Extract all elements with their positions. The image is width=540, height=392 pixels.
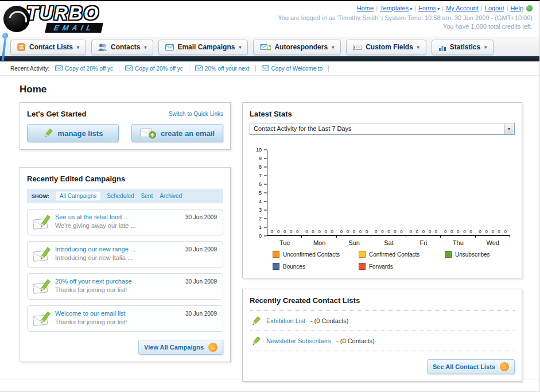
top-link-forms[interactable]: Forms▾	[418, 5, 440, 11]
tab-label: Custom Fields	[366, 43, 413, 51]
campaign-link[interactable]: See us at the retail food ...	[55, 214, 174, 220]
top-link-templates[interactable]: Templates▾	[380, 5, 412, 11]
top-link-my-account[interactable]: My Account	[446, 5, 479, 11]
campaign-subject: Thanks for joining our list!	[55, 319, 174, 325]
recent-activity-link[interactable]: Copy of 20% off yc	[135, 65, 183, 72]
chart-bar-column: 0	[394, 230, 397, 235]
recent-activity-link[interactable]: Copy of Welcome to	[271, 65, 323, 72]
chart-bar-column: 0	[277, 230, 280, 235]
chart-bar-column: 0	[283, 230, 286, 235]
contact-activity-chart: 012345678910 00000Tue00000Mon00000Sun000…	[252, 150, 510, 236]
top-link-help[interactable]: Help	[510, 5, 523, 11]
filter-archived[interactable]: Archived	[160, 193, 182, 199]
legend-item: Bounces	[273, 263, 359, 270]
tab-email-campaigns[interactable]: Email Campaigns▾	[158, 40, 248, 55]
chart-bar-column: 0	[312, 230, 315, 235]
top-link-logout[interactable]: Logout	[485, 5, 504, 11]
chart-bars: 00000	[302, 150, 336, 235]
top-link-home[interactable]: Home	[357, 5, 374, 11]
latest-stats-panel: Latest Stats Contact Activity for the La…	[242, 102, 522, 278]
tab-autoresponders[interactable]: Autoresponders▾	[253, 40, 341, 55]
tab-contact-lists[interactable]: Contact Lists▾	[10, 40, 86, 55]
chart-bar-column: 0	[346, 230, 349, 235]
campaign-link[interactable]: 20% off your next purchase	[55, 278, 174, 285]
campaign-subject: Thanks for joining our list!	[55, 286, 174, 293]
button-label: See All Contact Lists	[433, 363, 495, 370]
recent-activity-link[interactable]: Copy of 20% off yc	[65, 65, 113, 72]
legend-item: Unsubscribes	[445, 251, 531, 258]
recent-activity-item: Copy of Welcome to	[262, 65, 329, 72]
contact-list-item: Newsletter Subscribers- (0 Contacts)	[250, 331, 515, 351]
campaign-filter-bar: SHOW: All CampaignsScheduledSentArchived	[27, 189, 223, 203]
campaign-date: 30 Jun 2009	[185, 246, 217, 253]
filter-sent[interactable]: Sent	[141, 193, 153, 199]
manage-lists-button[interactable]: manage lists	[27, 124, 119, 142]
login-info: You are logged in as 'Timothy Smith' | S…	[278, 14, 533, 21]
contact-lists-title: Recently Created Contact Lists	[250, 296, 515, 305]
recent-activity-link[interactable]: 20% off your next	[205, 65, 250, 72]
chart-group: 00000Tue	[267, 150, 302, 235]
campaign-link[interactable]: Welcome to our email list	[55, 310, 174, 317]
tab-custom-fields[interactable]: Custom Fields▾	[346, 40, 426, 55]
chart-bar-column: 0	[504, 230, 507, 235]
bar-value-label: 0	[485, 230, 487, 234]
campaign-item-body: Introducing our new range ...Introducing…	[55, 246, 174, 261]
campaigns-title: Recently Edited Campaigns	[27, 174, 223, 183]
filter-scheduled[interactable]: Scheduled	[107, 193, 134, 199]
button-label: View All Campaigns	[144, 344, 204, 351]
contact-lists-icon	[17, 43, 26, 51]
x-axis-label: Wed	[476, 239, 510, 246]
bar-value-label: 0	[324, 230, 327, 234]
y-axis-label: 0	[259, 234, 262, 239]
x-axis-label: Sat	[371, 239, 406, 246]
create-an-email-button[interactable]: create an email	[131, 124, 223, 142]
envelope-pencil-icon	[33, 311, 51, 327]
bar-value-label: 0	[463, 230, 465, 234]
campaign-subject: Introducing our new Italia ...	[55, 254, 174, 261]
contact-lists-button-row: See All Contact Lists →	[250, 359, 515, 374]
statistics-icon	[438, 44, 446, 51]
bar-value-label: 0	[435, 230, 437, 234]
chart-bar-column: 0	[409, 230, 413, 235]
chart-bars: 00000	[267, 150, 302, 235]
header: TURBO EMAIL Home|Templates▾|Forms▾|My Ac…	[0, 1, 539, 37]
bar-value-label: 0	[450, 230, 453, 234]
arrow-right-icon: →	[500, 362, 509, 371]
legend-label: Confirmed Contacts	[369, 251, 419, 258]
latest-stats-title: Latest Stats	[250, 110, 515, 118]
recent-activity-item: Copy of 20% off yc	[125, 65, 189, 72]
recently-created-contact-lists-panel: Recently Created Contact Lists Exhibitio…	[242, 289, 522, 382]
legend-swatch	[273, 251, 279, 258]
filter-all-campaigns[interactable]: All Campaigns	[56, 192, 100, 200]
bar-value-label: 0	[271, 230, 273, 234]
bar-value-label: 0	[400, 230, 402, 234]
tab-contacts[interactable]: Contacts▾	[91, 40, 153, 55]
nav-separator: |	[376, 5, 378, 11]
chart-bar-column: 0	[450, 230, 453, 235]
top-nav: Home|Templates▾|Forms▾|My Account|Logout…	[278, 5, 533, 11]
campaign-link[interactable]: Introducing our new range ...	[55, 246, 174, 253]
bar-value-label: 0	[416, 230, 418, 234]
turbo-email-logo: TURBO EMAIL	[3, 3, 147, 36]
legend-swatch	[359, 263, 366, 270]
stats-period-dropdown[interactable]: Contact Activity for the Last 7 Days ▾	[250, 123, 515, 135]
pencil-icon	[251, 316, 261, 326]
button-label: manage lists	[58, 129, 103, 138]
contact-list-items: Exhibition List- (0 Contacts)Newsletter …	[250, 311, 515, 351]
chart-bar-column: 0	[485, 230, 488, 235]
get-started-panel: Let's Get Started Switch to Quick Links …	[20, 102, 231, 150]
switch-to-quick-links-link[interactable]: Switch to Quick Links	[169, 111, 223, 117]
contact-list-link[interactable]: Newsletter Subscribers	[266, 337, 331, 344]
get-started-header: Let's Get Started Switch to Quick Links	[27, 110, 223, 118]
bar-value-label: 0	[504, 230, 507, 234]
contact-list-link[interactable]: Exhibition List	[266, 317, 305, 324]
chart-bar-column: 0	[422, 230, 425, 235]
tab-statistics[interactable]: Statistics▾	[432, 40, 494, 55]
bar-value-label: 0	[375, 230, 377, 234]
view-all-campaigns-button[interactable]: View All Campaigns →	[138, 340, 223, 355]
y-axis-label: 4	[259, 199, 262, 204]
chart-bars: 00000	[441, 150, 475, 235]
see-all-contact-lists-button[interactable]: See All Contact Lists →	[427, 359, 515, 374]
y-axis-label: 3	[259, 208, 262, 213]
bar-value-label: 0	[331, 230, 333, 234]
